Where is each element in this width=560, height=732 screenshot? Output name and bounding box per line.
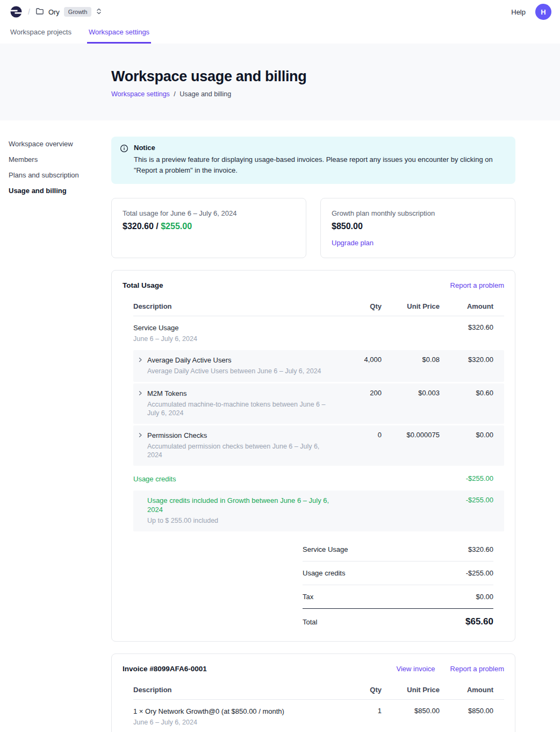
summary-value: -$255.00 [466,569,493,577]
row-qty: 0 [343,431,382,439]
expand-chevron-icon[interactable] [138,357,143,363]
content-layout: Workspace overview Members Plans and sub… [0,120,560,732]
invoice-table: Description Qty Unit Price Amount 1 × Or… [133,679,504,732]
table-row-m2m-tokens: M2M Tokens Accumulated machine-to-machin… [133,383,504,424]
tab-workspace-settings[interactable]: Workspace settings [87,24,151,44]
usage-report-problem-link[interactable]: Report a problem [450,281,504,289]
usage-included: $255.00 [161,222,192,231]
row-subtitle: Accumulated machine-to-machine tokens be… [147,400,334,417]
breadcrumb-current: Usage and billing [180,90,231,98]
tab-workspace-projects[interactable]: Workspace projects [9,24,73,44]
col-unit-price: Unit Price [390,302,440,310]
table-row-usage-credits-included: Usage credits included in Growth between… [133,491,504,531]
usage-table: Description Qty Unit Price Amount Servic… [133,296,504,627]
avatar[interactable]: H [535,4,551,20]
col-description: Description [133,686,334,694]
usage-used: $320.60 [123,222,154,231]
row-qty: 1 [343,707,382,715]
upgrade-plan-link[interactable]: Upgrade plan [332,239,374,247]
summary-value: $320.60 [468,545,493,553]
row-amount: $0.60 [448,389,493,397]
notice-title: Notice [134,144,502,152]
row-unit-price: $0.003 [390,389,440,397]
usage-summary: Service Usage $320.60 Usage credits -$25… [303,538,493,627]
plan-badge: Growth [64,7,91,17]
chevron-updown-icon [96,8,102,17]
row-amount: $320.00 [448,356,493,364]
col-qty: Qty [343,302,382,310]
col-amount: Amount [448,686,493,694]
table-row-usage-credits: Usage credits -$255.00 [133,467,504,491]
table-row-average-daily-active-users: Average Daily Active Users Average Daily… [133,350,504,382]
table-row-permission-checks: Permission Checks Accumulated permission… [133,425,504,466]
summary-label: Tax [303,593,313,601]
row-amount: $850.00 [448,707,493,715]
total-usage-card: Total usage for June 6 – July 6, 2024 $3… [111,198,306,258]
info-icon [120,144,128,154]
table-row-growth-plan: 1 × Ory Network Growth@0 (at $850.00 / m… [133,700,504,732]
row-unit-price: $850.00 [390,707,440,715]
total-value: $65.60 [465,616,493,627]
summary-cards: Total usage for June 6 – July 6, 2024 $3… [111,198,515,258]
sidebar-item-members[interactable]: Members [9,153,111,166]
expand-chevron-icon[interactable] [138,432,143,438]
invoice-panel: Invoice #8099AFA6-0001 View invoice Repo… [111,653,515,732]
row-subtitle: Average Daily Active Users between June … [147,367,321,375]
view-invoice-link[interactable]: View invoice [397,665,435,673]
breadcrumb-separator: / [174,90,175,98]
row-title: Service Usage [133,323,334,332]
ory-logo[interactable] [10,5,23,18]
row-amount: -$255.00 [448,474,493,482]
invoice-panel-title: Invoice #8099AFA6-0001 [123,665,207,673]
workspace-switcher[interactable]: Ory Growth [35,7,102,17]
page-header: Workspace usage and billing Workspace se… [0,44,560,120]
row-title: 1 × Ory Network Growth@0 (at $850.00 / m… [133,707,334,716]
help-link[interactable]: Help [511,8,526,16]
page-title: Workspace usage and billing [111,68,539,85]
invoice-report-problem-link[interactable]: Report a problem [450,665,504,673]
settings-sidebar: Workspace overview Members Plans and sub… [9,137,111,200]
breadcrumb-link-workspace-settings[interactable]: Workspace settings [111,90,170,98]
topbar-separator: / [28,8,30,16]
row-qty: 200 [343,389,382,397]
table-row-service-usage: Service Usage June 6 – July 6, 2024 $320… [133,316,504,350]
workspace-tabs: Workspace projects Workspace settings [0,24,560,44]
row-subtitle: June 6 – July 6, 2024 [133,718,334,727]
row-amount: $320.60 [448,323,493,331]
row-title: Usage credits [133,474,334,484]
breadcrumb: Workspace settings / Usage and billing [111,90,539,98]
row-amount: -$255.00 [448,496,493,504]
subscription-amount: $850.00 [332,222,504,231]
main-content: Notice This is a preview feature for dis… [111,137,515,732]
topbar: / Ory Growth Help H [0,0,560,24]
total-usage-amount: $320.60 / $255.00 [123,222,295,231]
col-qty: Qty [343,686,382,694]
sidebar-item-usage-and-billing[interactable]: Usage and billing [9,184,111,197]
col-amount: Amount [448,302,493,310]
col-unit-price: Unit Price [390,686,440,694]
row-subtitle: Accumulated permission checks between Ju… [147,442,334,459]
folder-icon [35,7,44,17]
summary-row-tax: Tax $0.00 [303,585,493,609]
expand-chevron-icon[interactable] [138,390,143,396]
row-title: Permission Checks [147,431,334,440]
notice-banner: Notice This is a preview feature for dis… [111,137,515,184]
row-qty: 4,000 [343,356,382,364]
row-amount: $0.00 [448,431,493,439]
summary-label: Usage credits [303,569,345,577]
sidebar-item-workspace-overview[interactable]: Workspace overview [9,138,111,150]
row-title: Average Daily Active Users [147,356,321,365]
summary-label: Service Usage [303,545,348,553]
row-unit-price: $0.08 [390,356,440,364]
total-usage-panel: Total Usage Report a problem Description… [111,270,515,642]
total-usage-label: Total usage for June 6 – July 6, 2024 [123,209,295,217]
row-subtitle: June 6 – July 6, 2024 [133,335,334,343]
col-description: Description [133,302,334,310]
workspace-name: Ory [48,8,60,16]
sidebar-item-plans-and-subscription[interactable]: Plans and subscription [9,169,111,181]
row-unit-price: $0.000075 [390,431,440,439]
summary-value: $0.00 [476,593,493,601]
total-label: Total [303,618,317,626]
usage-panel-title: Total Usage [123,281,163,289]
summary-row-total: Total $65.60 [303,609,493,627]
